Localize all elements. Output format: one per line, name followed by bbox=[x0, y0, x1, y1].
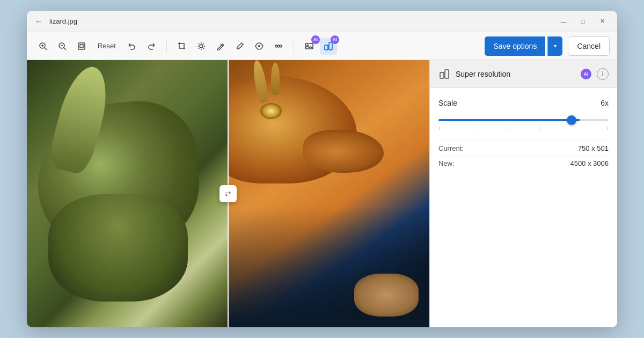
current-value: 750 x 501 bbox=[578, 144, 609, 152]
svg-point-9 bbox=[200, 45, 203, 48]
image-right-half bbox=[228, 60, 429, 327]
super-resolution-icon bbox=[438, 68, 450, 80]
filter-button[interactable] bbox=[270, 38, 287, 55]
save-options-button[interactable]: Save options bbox=[485, 36, 545, 56]
slider-ticks bbox=[438, 127, 609, 130]
svg-point-21 bbox=[280, 45, 282, 47]
titlebar: ← lizard.jpg — □ ✕ bbox=[27, 11, 617, 32]
svg-line-17 bbox=[199, 48, 200, 49]
split-handle[interactable]: ⇄ bbox=[219, 185, 237, 202]
cancel-button[interactable]: Cancel bbox=[568, 36, 610, 56]
window-title: lizard.jpg bbox=[49, 17, 550, 25]
edit-tools-group bbox=[173, 38, 287, 55]
tick-5 bbox=[574, 127, 574, 130]
upscale-ai-wrapper: AI bbox=[320, 38, 337, 55]
svg-line-16 bbox=[203, 43, 204, 45]
image-left-half bbox=[27, 60, 228, 327]
tick-1 bbox=[440, 127, 440, 130]
svg-rect-8 bbox=[80, 45, 83, 48]
zoom-group: Reset bbox=[34, 38, 160, 55]
divider-2 bbox=[294, 40, 294, 53]
scale-value: 6x bbox=[601, 99, 609, 107]
current-label: Current: bbox=[438, 144, 464, 152]
svg-line-5 bbox=[64, 48, 66, 50]
right-panel: Super resolution AI i Scale 6x bbox=[429, 60, 617, 327]
back-button[interactable]: ← bbox=[33, 16, 44, 27]
window-controls: — □ ✕ bbox=[555, 16, 611, 27]
close-button[interactable]: ✕ bbox=[594, 16, 611, 27]
app-window: ← lizard.jpg — □ ✕ bbox=[27, 11, 617, 327]
draw-button[interactable] bbox=[231, 38, 248, 55]
scale-row: Scale 6x bbox=[438, 99, 609, 107]
panel-header: Super resolution AI i bbox=[430, 60, 617, 88]
scale-label: Scale bbox=[438, 99, 457, 107]
tick-4 bbox=[540, 127, 540, 130]
undo-button[interactable] bbox=[123, 38, 141, 55]
action-buttons-group: Save options ▾ Cancel bbox=[485, 36, 610, 56]
svg-point-18 bbox=[258, 45, 260, 47]
svg-line-1 bbox=[45, 48, 47, 50]
zoom-in-button[interactable] bbox=[34, 38, 52, 55]
maximize-button[interactable]: □ bbox=[574, 16, 591, 27]
panel-body: Scale 6x Curr bbox=[430, 88, 617, 327]
new-label: New: bbox=[438, 159, 455, 167]
background-ai-wrapper: AI bbox=[301, 38, 318, 55]
current-size-row: Current: 750 x 501 bbox=[438, 141, 609, 156]
erase-button[interactable] bbox=[212, 38, 229, 55]
panel-ai-badge: AI bbox=[581, 69, 591, 79]
save-options-dropdown-button[interactable]: ▾ bbox=[547, 36, 562, 56]
tick-2 bbox=[473, 127, 473, 130]
svg-line-15 bbox=[203, 48, 204, 49]
svg-rect-27 bbox=[445, 70, 449, 78]
ai-tools-group: AI AI bbox=[301, 38, 337, 55]
svg-line-14 bbox=[199, 43, 200, 45]
crop-button[interactable] bbox=[173, 38, 191, 55]
divider-1 bbox=[166, 40, 167, 53]
svg-rect-24 bbox=[325, 45, 328, 50]
split-handle-icon: ⇄ bbox=[225, 189, 231, 198]
new-size-row: New: 4500 x 3006 bbox=[438, 156, 609, 171]
panel-info-button[interactable]: i bbox=[597, 68, 609, 80]
redeye-button[interactable] bbox=[251, 38, 268, 55]
tick-3 bbox=[507, 127, 507, 130]
tick-6 bbox=[607, 127, 608, 130]
svg-rect-25 bbox=[329, 42, 332, 50]
background-ai-badge: AI bbox=[311, 35, 320, 44]
panel-title: Super resolution bbox=[456, 70, 575, 78]
new-value: 4500 x 3006 bbox=[570, 159, 609, 167]
main-content: ⇄ Super resolution AI i Scale bbox=[27, 60, 617, 327]
svg-rect-7 bbox=[78, 43, 85, 49]
fit-button[interactable] bbox=[73, 38, 90, 55]
reset-button[interactable]: Reset bbox=[92, 38, 121, 55]
image-area: ⇄ bbox=[27, 60, 429, 327]
minimize-button[interactable]: — bbox=[555, 16, 572, 27]
scale-slider-container bbox=[438, 114, 609, 130]
upscale-ai-badge: AI bbox=[331, 35, 339, 44]
svg-rect-26 bbox=[440, 72, 444, 78]
scale-slider[interactable] bbox=[438, 119, 609, 121]
redo-button[interactable] bbox=[143, 38, 160, 55]
brightness-button[interactable] bbox=[193, 38, 210, 55]
zoom-out-button[interactable] bbox=[54, 38, 71, 55]
toolbar: Reset bbox=[27, 32, 617, 60]
